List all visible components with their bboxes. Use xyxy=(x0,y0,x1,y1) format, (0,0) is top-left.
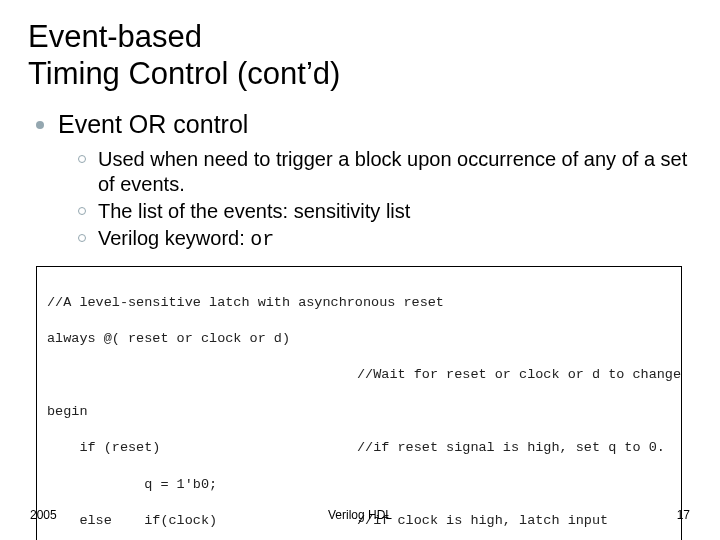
code-block: //A level-sensitive latch with asynchron… xyxy=(36,266,682,540)
code-left: if (reset) xyxy=(47,439,357,457)
hollow-bullet-icon xyxy=(78,207,86,215)
code-line: begin xyxy=(47,403,671,421)
bullet-text-prefix: Verilog keyword: xyxy=(98,227,250,249)
bullet-level2: Verilog keyword: or xyxy=(78,226,692,252)
title-line-2: Timing Control (cont’d) xyxy=(28,56,340,91)
slide: Event-based Timing Control (cont’d) Even… xyxy=(0,0,720,540)
hollow-bullet-icon xyxy=(78,155,86,163)
bullet-level1-text: Event OR control xyxy=(58,110,248,139)
disc-bullet-icon xyxy=(36,121,44,129)
slide-title: Event-based Timing Control (cont’d) xyxy=(28,18,692,92)
verilog-keyword: or xyxy=(250,228,274,251)
bullet-level2: The list of the events: sensitivity list xyxy=(78,199,692,224)
footer: 2005 Verilog HDL 17 xyxy=(0,508,720,524)
hollow-bullet-icon xyxy=(78,234,86,242)
bullet-level1: Event OR control xyxy=(36,110,692,139)
code-line: //Wait for reset or clock or d to change xyxy=(47,366,671,384)
code-left xyxy=(47,366,357,384)
code-comment: //Wait for reset or clock or d to change xyxy=(357,366,681,384)
code-line: always @( reset or clock or d) xyxy=(47,330,671,348)
code-line: q = 1'b0; xyxy=(47,476,671,494)
footer-title: Verilog HDL xyxy=(0,508,720,522)
code-comment: //if reset signal is high, set q to 0. xyxy=(357,439,665,457)
page-number: 17 xyxy=(677,508,690,522)
bullet-level2-text: Used when need to trigger a block upon o… xyxy=(98,147,692,197)
code-line: if (reset)//if reset signal is high, set… xyxy=(47,439,671,457)
title-line-1: Event-based xyxy=(28,19,202,54)
code-line: //A level-sensitive latch with asynchron… xyxy=(47,294,671,312)
bullet-level2-text: The list of the events: sensitivity list xyxy=(98,199,410,224)
bullet-level2: Used when need to trigger a block upon o… xyxy=(78,147,692,197)
bullet-level2-text: Verilog keyword: or xyxy=(98,226,274,252)
